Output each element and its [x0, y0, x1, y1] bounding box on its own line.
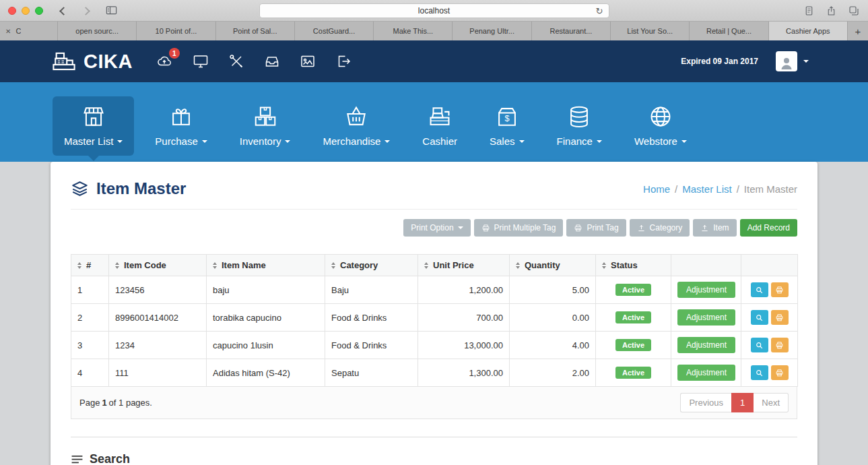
table-header-status[interactable]: Status [596, 255, 671, 276]
forward-button[interactable] [83, 5, 89, 17]
table-header-item-code[interactable]: Item Code [109, 255, 207, 276]
page-background: Item Master Home / Master List / Item Ma… [0, 162, 868, 431]
adjustment-button[interactable]: Adjustment [677, 365, 735, 381]
breadcrumb-master-list[interactable]: Master List [682, 183, 731, 195]
upload-icon [637, 224, 646, 232]
page-1-button[interactable]: 1 [731, 393, 754, 412]
toolbar: Print Option Print Multiple Tag Print Ta… [71, 219, 797, 237]
nav-item-sales[interactable]: $ Sales [478, 96, 536, 156]
browser-tab-active[interactable]: Cashier Apps [769, 22, 848, 40]
upload-item-button[interactable]: Item [693, 219, 736, 237]
nav-item-cashier[interactable]: Cashier [411, 96, 469, 156]
nav-item-finance[interactable]: Finance [545, 96, 613, 156]
sort-icon [602, 262, 606, 269]
print-option-button[interactable]: Print Option [403, 219, 470, 237]
close-window-button[interactable] [8, 7, 16, 15]
table-header-item-name[interactable]: Item Name [207, 255, 325, 276]
table-header-category[interactable]: Category [325, 255, 418, 276]
browser-tab[interactable]: Point of Sal... [216, 22, 295, 40]
print-multiple-tag-button[interactable]: Print Multiple Tag [474, 219, 564, 237]
browser-tab[interactable]: Retail | Que... [690, 22, 768, 40]
browser-tab[interactable]: Restaurant... [532, 22, 611, 40]
breadcrumb-current: Item Master [744, 183, 797, 195]
table-header-quantity[interactable]: Quantity [510, 255, 596, 276]
store-icon [79, 104, 108, 129]
nav-item-inventory[interactable]: Inventory [228, 96, 302, 156]
news-image-icon[interactable] [300, 53, 316, 69]
add-record-button[interactable]: Add Record [740, 219, 797, 237]
tools-icon[interactable] [228, 53, 244, 69]
user-menu[interactable] [776, 51, 809, 71]
browser-tab[interactable]: Penang Ultr... [453, 22, 531, 40]
print-row-button[interactable] [771, 365, 789, 380]
close-tab-icon[interactable]: ✕ [5, 28, 11, 35]
browser-tab[interactable]: List Your So... [611, 22, 690, 40]
adjustment-button[interactable]: Adjustment [677, 337, 735, 353]
chevron-down-icon [202, 140, 207, 143]
view-search-button[interactable] [751, 365, 768, 380]
section-divider [71, 437, 797, 437]
upload-category-button[interactable]: Category [630, 219, 690, 237]
nav-item-merchandise[interactable]: Merchandise [311, 96, 401, 156]
nav-item-webstore[interactable]: Webstore [623, 96, 698, 156]
globe-icon [646, 104, 675, 129]
cloud-upload-icon[interactable]: 1 [156, 53, 173, 69]
print-row-button[interactable] [771, 338, 789, 352]
print-row-button[interactable] [771, 310, 789, 325]
nav-item-purchase[interactable]: Purchase [143, 96, 218, 156]
view-search-button[interactable] [751, 338, 768, 352]
upload-icon [700, 224, 709, 232]
sort-icon [213, 262, 217, 269]
new-tab-button[interactable]: + [848, 22, 868, 40]
gift-box-icon [167, 104, 195, 129]
brand-name: CIKA [84, 51, 133, 73]
chevron-down-icon [385, 140, 390, 143]
sidebar-icon[interactable] [105, 4, 118, 17]
back-button[interactable] [61, 5, 67, 17]
status-badge: Active [615, 311, 651, 323]
printer-icon [574, 224, 582, 232]
browser-tab[interactable]: 10 Point of... [137, 22, 215, 40]
browser-titlebar: localhost ↻ [0, 0, 868, 22]
zoom-window-button[interactable] [35, 7, 43, 15]
browser-tab[interactable]: Make This... [374, 22, 453, 40]
next-page-button[interactable]: Next [754, 393, 789, 412]
adjustment-button[interactable]: Adjustment [677, 309, 735, 326]
browser-tab[interactable]: open sourc... [58, 22, 137, 40]
reader-icon[interactable] [803, 5, 815, 17]
table-row: 2 8996001414002 torabika capucino Food &… [71, 304, 798, 332]
print-row-button[interactable] [771, 282, 789, 297]
avatar [776, 51, 797, 71]
adjustment-button[interactable]: Adjustment [677, 282, 735, 298]
browser-tab[interactable]: CostGuard... [295, 22, 374, 40]
refresh-icon[interactable]: ↻ [596, 7, 603, 16]
table-header-empty [671, 255, 741, 276]
table-row: 1 123456 baju Baju 1,200.00 5.00 Active … [71, 276, 798, 304]
table-row: 4 111 Adidas hitam (S-42) Sepatu 1,300.0… [71, 359, 798, 387]
table-header-num[interactable]: # [71, 255, 109, 276]
stacked-boxes-icon [251, 104, 279, 129]
address-bar[interactable]: localhost ↻ [259, 3, 609, 18]
previous-page-button[interactable]: Previous [680, 393, 731, 412]
brand-logo[interactable]: CIKA [51, 50, 133, 73]
share-icon[interactable] [826, 5, 837, 17]
window-controls [8, 7, 43, 15]
coins-icon [565, 104, 593, 129]
display-icon[interactable] [193, 53, 209, 69]
view-search-button[interactable] [751, 310, 768, 325]
print-tag-button[interactable]: Print Tag [566, 219, 626, 237]
chevron-down-icon [458, 226, 463, 229]
tabs-overview-icon[interactable] [848, 5, 860, 17]
table-header-unit-price[interactable]: Unit Price [418, 255, 510, 276]
pagination: Previous 1 Next [680, 393, 789, 412]
browser-tab[interactable]: ✕ C [0, 22, 58, 40]
minimize-window-button[interactable] [22, 7, 30, 15]
logout-icon[interactable] [335, 53, 352, 69]
sort-icon [115, 262, 119, 269]
inbox-icon[interactable] [264, 53, 280, 69]
nav-item-master-list[interactable]: Master List [53, 96, 134, 156]
page-title: Item Master [71, 179, 186, 198]
breadcrumb-home[interactable]: Home [643, 183, 670, 195]
view-search-button[interactable] [751, 282, 768, 297]
notification-badge: 1 [169, 48, 180, 59]
